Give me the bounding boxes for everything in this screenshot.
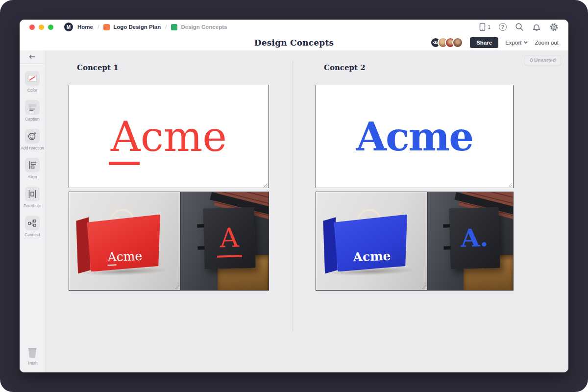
close-window-button[interactable] xyxy=(29,24,35,30)
back-button[interactable] xyxy=(20,50,45,64)
trash-dropzone[interactable]: Trash xyxy=(20,346,45,366)
breadcrumb-design-concepts[interactable]: Design Concepts xyxy=(171,24,227,30)
concept-2-sign-mockup-image[interactable]: A. xyxy=(427,192,514,291)
tool-distribute[interactable]: Distribute xyxy=(24,187,41,208)
breadcrumb: M Home / Logo Design Plan / Design Conce… xyxy=(64,23,227,31)
signboard: A xyxy=(203,207,255,270)
bag-brand-text: Acme xyxy=(107,250,142,263)
trash-label: Trash xyxy=(27,361,37,366)
connect-icon xyxy=(25,216,40,230)
tool-sidebar: Color Caption Add reaction xyxy=(20,50,46,372)
sign-bracket xyxy=(197,224,204,228)
question-mark-icon: ? xyxy=(499,23,507,31)
unsorted-badge[interactable]: 0 Unsorted xyxy=(525,55,561,66)
board-icon-orange xyxy=(103,24,110,30)
help-button[interactable]: ? xyxy=(499,23,507,31)
gear-icon xyxy=(549,23,559,32)
breadcrumb-separator: / xyxy=(98,24,99,30)
share-button[interactable]: Share xyxy=(470,37,498,48)
concept-1-logo-card[interactable]: Acme xyxy=(69,85,269,188)
device-icon xyxy=(479,23,486,31)
zoom-out-button[interactable]: Zoom out xyxy=(535,40,559,46)
tool-align[interactable]: Align xyxy=(25,158,40,179)
resize-handle-icon[interactable] xyxy=(421,284,426,289)
search-icon xyxy=(515,23,524,31)
milanote-logo-icon[interactable]: M xyxy=(64,23,73,31)
notifications-button[interactable] xyxy=(532,23,541,31)
traffic-lights xyxy=(29,24,53,30)
tool-label: Align xyxy=(28,174,37,179)
minimize-window-button[interactable] xyxy=(39,24,44,30)
concept-1-heading[interactable]: Concept 1 xyxy=(77,63,119,72)
resize-handle-icon[interactable] xyxy=(507,182,512,187)
breadcrumb-home[interactable]: Home xyxy=(77,24,93,30)
acme-logo-red: Acme xyxy=(111,116,227,157)
signboard: A. xyxy=(449,207,500,270)
avatar[interactable] xyxy=(452,37,463,48)
search-button[interactable] xyxy=(515,23,524,31)
board-canvas[interactable]: 0 Unsorted Concept 1 Acme xyxy=(46,50,568,372)
color-icon xyxy=(25,71,40,86)
tool-color[interactable]: Color xyxy=(25,71,40,93)
bell-icon xyxy=(532,23,541,31)
shopping-bag-illustration: Acme xyxy=(334,214,409,271)
add-reaction-icon xyxy=(25,129,40,144)
tool-label: Distribute xyxy=(24,203,41,208)
app-window: M Home / Logo Design Plan / Design Conce… xyxy=(20,20,568,372)
caption-icon xyxy=(25,100,40,115)
resize-handle-icon[interactable] xyxy=(174,284,179,289)
chevron-down-icon xyxy=(524,41,528,44)
breadcrumb-separator: / xyxy=(165,24,167,30)
maximize-window-button[interactable] xyxy=(48,24,53,30)
distribute-icon xyxy=(25,187,40,201)
tool-connect[interactable]: Connect xyxy=(24,216,40,237)
concept-2-logo-card[interactable]: Acme xyxy=(316,85,514,188)
sign-bracket xyxy=(443,224,450,228)
sign-letter-text: A xyxy=(219,224,239,251)
acme-logo-blue: Acme xyxy=(356,117,473,156)
settings-button[interactable] xyxy=(549,23,559,32)
bag-brand-text: Acme xyxy=(353,250,391,264)
trash-icon xyxy=(26,346,39,359)
sign-bracket xyxy=(197,246,204,249)
devices-button[interactable]: 1 xyxy=(479,23,490,31)
board-icon-green xyxy=(171,24,177,30)
tool-caption[interactable]: Caption xyxy=(25,100,40,122)
resize-handle-icon[interactable] xyxy=(263,182,268,187)
tool-label: Caption xyxy=(25,117,39,122)
bag-front-panel: Acme xyxy=(87,214,162,271)
toolbar-actions: Share Export Zoom out xyxy=(430,37,559,48)
concept-1-bag-mockup-image[interactable]: Acme xyxy=(69,192,180,291)
window-body: Color Caption Add reaction xyxy=(20,50,568,372)
sign-bracket xyxy=(444,246,451,249)
shopping-bag-illustration: Acme xyxy=(87,214,162,271)
tool-label: Connect xyxy=(24,232,40,237)
concept-2-bag-mockup-image[interactable]: Acme xyxy=(316,192,427,291)
column-divider-line xyxy=(293,61,293,332)
tool-label: Color xyxy=(27,88,37,93)
tool-label: Add reaction xyxy=(21,146,44,150)
align-icon xyxy=(25,158,40,172)
concept-1-sign-mockup-image[interactable]: A xyxy=(180,192,269,291)
collaborator-avatars xyxy=(430,37,463,48)
board-toolbar: Design Concepts Share Export Zoom out xyxy=(20,34,568,50)
back-arrow-icon xyxy=(29,54,36,59)
concept-2-heading[interactable]: Concept 2 xyxy=(324,63,366,72)
bag-front-panel: Acme xyxy=(334,214,409,271)
export-button[interactable]: Export xyxy=(505,40,528,46)
breadcrumb-logo-design-plan[interactable]: Logo Design Plan xyxy=(103,24,161,30)
titlebar-actions: 1 ? xyxy=(479,23,559,32)
tool-add-reaction[interactable]: Add reaction xyxy=(21,129,44,150)
device-count: 1 xyxy=(488,24,490,30)
desktop-background: M Home / Logo Design Plan / Design Conce… xyxy=(0,0,588,392)
sign-letter-text: A. xyxy=(461,225,489,250)
title-bar: M Home / Logo Design Plan / Design Conce… xyxy=(20,20,568,34)
